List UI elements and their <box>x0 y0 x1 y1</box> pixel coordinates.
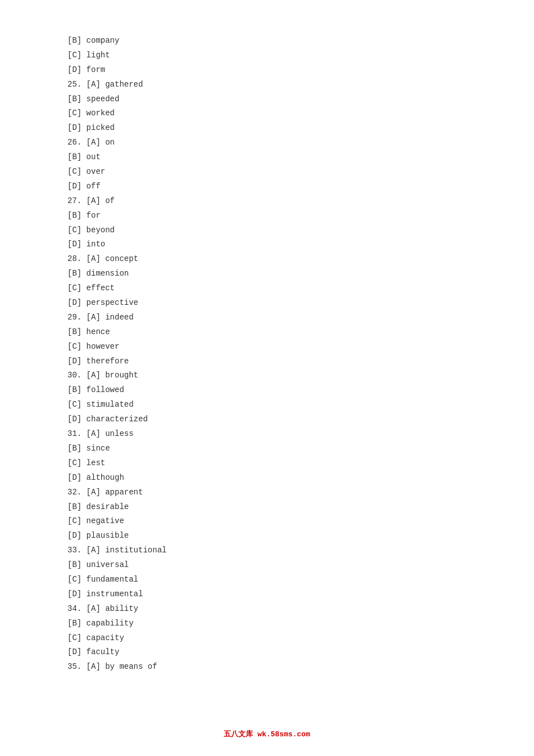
main-content: [B] company[C] light[D] form25. [A] gath… <box>0 0 534 719</box>
list-item: 35. [A] by means of <box>67 660 467 674</box>
list-item: [D] off <box>67 179 467 194</box>
list-item: 28. [A] concept <box>67 252 467 267</box>
list-item: [C] stimulated <box>67 398 467 412</box>
list-item: [D] faculty <box>67 645 467 660</box>
list-item: [C] over <box>67 165 467 179</box>
list-item: [B] followed <box>67 383 467 398</box>
list-item: [C] lest <box>67 456 467 471</box>
list-item: [B] universal <box>67 558 467 573</box>
list-item: [C] capacity <box>67 631 467 646</box>
list-item: [B] since <box>67 442 467 456</box>
list-item: [D] form <box>67 63 467 78</box>
list-item: [C] negative <box>67 514 467 529</box>
list-item: [B] capability <box>67 616 467 631</box>
list-item: 30. [A] brought <box>67 368 467 383</box>
list-item: [D] although <box>67 471 467 485</box>
list-item: [B] desirable <box>67 500 467 515</box>
list-item: [D] picked <box>67 121 467 136</box>
answer-list: [B] company[C] light[D] form25. [A] gath… <box>67 34 467 674</box>
footer-url: wk.58sms.com <box>257 730 310 739</box>
list-item: [C] however <box>67 340 467 354</box>
list-item: [B] dimension <box>67 267 467 281</box>
list-item: 31. [A] unless <box>67 427 467 442</box>
list-item: [D] instrumental <box>67 587 467 602</box>
footer: 五八文库 wk.58sms.com <box>0 729 534 739</box>
list-item: [B] speeded <box>67 92 467 107</box>
list-item: [D] perspective <box>67 296 467 310</box>
list-item: [D] plausible <box>67 529 467 543</box>
list-item: [C] light <box>67 48 467 63</box>
list-item: [D] into <box>67 237 467 252</box>
list-item: [B] hence <box>67 325 467 340</box>
list-item: 27. [A] of <box>67 194 467 209</box>
list-item: [C] beyond <box>67 223 467 238</box>
list-item: 25. [A] gathered <box>67 78 467 92</box>
list-item: [B] for <box>67 209 467 223</box>
list-item: 29. [A] indeed <box>67 310 467 325</box>
list-item: [B] out <box>67 150 467 165</box>
list-item: [C] effect <box>67 281 467 296</box>
list-item: [D] therefore <box>67 354 467 369</box>
list-item: 26. [A] on <box>67 136 467 150</box>
list-item: 33. [A] institutional <box>67 543 467 558</box>
footer-brand: 五八文库 <box>224 730 257 739</box>
list-item: 34. [A] ability <box>67 602 467 616</box>
list-item: [C] fundamental <box>67 573 467 587</box>
list-item: [C] worked <box>67 106 467 121</box>
list-item: [B] company <box>67 34 467 48</box>
list-item: 32. [A] apparent <box>67 485 467 500</box>
list-item: [D] characterized <box>67 412 467 427</box>
